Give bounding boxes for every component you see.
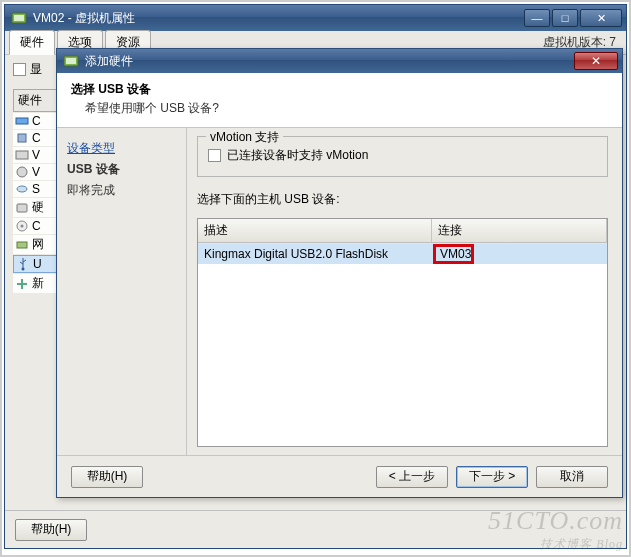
cpu-icon	[15, 131, 29, 145]
col-connection[interactable]: 连接	[432, 219, 607, 243]
svg-rect-2	[16, 118, 28, 124]
cell-description: Kingmax Digital USB2.0 FlashDisk	[198, 244, 432, 264]
step-device-type[interactable]: 设备类型	[67, 138, 176, 159]
usb-device-table: 描述 连接 Kingmax Digital USB2.0 FlashDisk V…	[197, 218, 608, 447]
svg-rect-13	[17, 283, 27, 285]
maximize-button[interactable]: □	[552, 9, 578, 27]
parent-window-controls: — □ ✕	[524, 9, 622, 27]
dialog-help-button[interactable]: 帮助(H)	[71, 466, 143, 488]
tab-hardware[interactable]: 硬件	[9, 30, 55, 55]
svg-rect-7	[17, 204, 27, 212]
svg-point-9	[21, 225, 24, 228]
svg-rect-3	[18, 134, 26, 142]
step-usb-device: USB 设备	[67, 159, 176, 180]
parent-help-button[interactable]: 帮助(H)	[15, 519, 87, 541]
dialog-close-button[interactable]: ✕	[574, 52, 618, 70]
scsi-icon	[15, 182, 29, 196]
back-button[interactable]: < 上一步	[376, 466, 448, 488]
minimize-button[interactable]: —	[524, 9, 550, 27]
add-hardware-dialog: 添加硬件 ✕ 选择 USB 设备 希望使用哪个 USB 设备? 设备类型 USB…	[56, 48, 623, 498]
wizard-icon	[63, 53, 79, 69]
dialog-titlebar[interactable]: 添加硬件 ✕	[57, 49, 622, 73]
dialog-header: 选择 USB 设备 希望使用哪个 USB 设备?	[57, 73, 622, 128]
show-all-label: 显	[30, 61, 42, 78]
usb-icon	[16, 257, 30, 271]
video-icon	[15, 148, 29, 162]
disk-icon	[15, 201, 29, 215]
select-usb-label: 选择下面的主机 USB 设备:	[197, 191, 608, 208]
vmotion-checkbox-label: 已连接设备时支持 vMotion	[227, 147, 368, 164]
svg-point-11	[22, 268, 25, 271]
dialog-title: 添加硬件	[85, 53, 574, 70]
vm-icon	[11, 10, 27, 26]
svg-point-6	[17, 186, 27, 192]
parent-title: VM02 - 虚拟机属性	[33, 10, 524, 27]
vmci-icon	[15, 165, 29, 179]
svg-rect-4	[16, 151, 28, 159]
dialog-head-title: 选择 USB 设备	[71, 81, 608, 98]
parent-titlebar[interactable]: VM02 - 虚拟机属性 — □ ✕	[5, 5, 626, 31]
vmotion-legend: vMotion 支持	[206, 129, 283, 146]
svg-rect-1	[14, 15, 24, 21]
dialog-body: 设备类型 USB 设备 即将完成 vMotion 支持 已连接设备时支持 vMo…	[57, 128, 622, 455]
vmotion-groupbox: vMotion 支持 已连接设备时支持 vMotion	[197, 136, 608, 177]
svg-rect-15	[66, 58, 76, 64]
cancel-button[interactable]: 取消	[536, 466, 608, 488]
cell-connection: VM03	[432, 244, 607, 264]
add-icon	[15, 277, 29, 291]
cd-icon	[15, 219, 29, 233]
show-all-checkbox[interactable]	[13, 63, 26, 76]
dialog-main: vMotion 支持 已连接设备时支持 vMotion 选择下面的主机 USB …	[187, 128, 622, 455]
parent-footer: 帮助(H)	[5, 510, 626, 548]
next-button[interactable]: 下一步 >	[456, 466, 528, 488]
table-header: 描述 连接	[198, 219, 607, 243]
nic-icon	[15, 238, 29, 252]
dialog-footer: 帮助(H) < 上一步 下一步 > 取消	[57, 455, 622, 497]
memory-icon	[15, 114, 29, 128]
step-finish: 即将完成	[67, 180, 176, 201]
svg-rect-10	[17, 242, 27, 248]
col-description[interactable]: 描述	[198, 219, 432, 243]
dialog-head-subtitle: 希望使用哪个 USB 设备?	[71, 100, 608, 117]
svg-point-5	[17, 167, 27, 177]
vmotion-checkbox[interactable]	[208, 149, 221, 162]
highlight-box: VM03	[436, 247, 471, 261]
close-button[interactable]: ✕	[580, 9, 622, 27]
wizard-steps: 设备类型 USB 设备 即将完成	[57, 128, 187, 455]
table-row[interactable]: Kingmax Digital USB2.0 FlashDisk VM03	[198, 243, 607, 264]
